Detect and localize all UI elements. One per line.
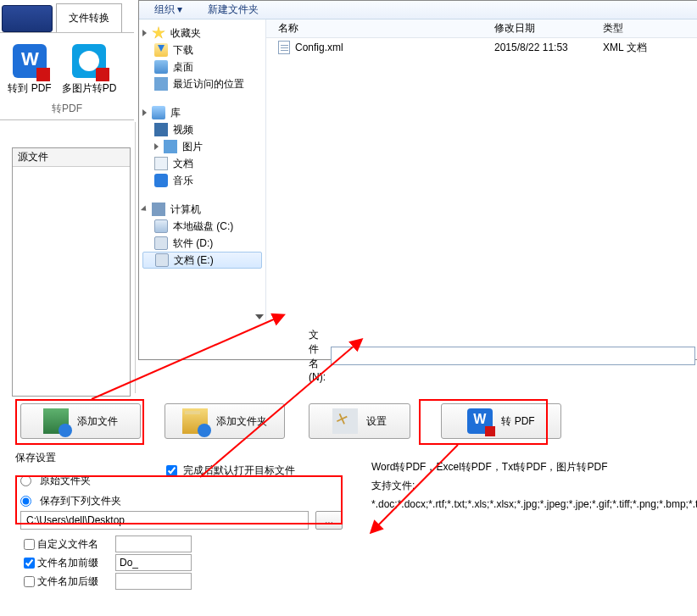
image-icon	[72, 44, 106, 78]
suffix-input[interactable]	[115, 573, 192, 590]
library-icon	[152, 106, 165, 119]
prefix-input[interactable]: Do_	[115, 554, 192, 571]
tree-desktop[interactable]: 桌面	[142, 58, 262, 75]
divider	[0, 32, 134, 33]
radio-original-folder[interactable]	[20, 475, 31, 486]
music-icon	[154, 174, 168, 187]
disk-icon	[155, 253, 169, 267]
checkbox-label: 文件名加前缀	[37, 556, 98, 570]
download-icon	[154, 43, 168, 57]
checkbox-open-after[interactable]	[166, 465, 177, 476]
radio-save-to-folder[interactable]	[20, 496, 31, 507]
tree-disk-c[interactable]: 本地磁盘 (C:)	[142, 218, 262, 235]
file-open-dialog: 组织 ▾ 新建文件夹 收藏夹 下载 桌面 最近访问的位置 库 视频 图片 文档 …	[138, 0, 697, 360]
app-menu-button[interactable]	[2, 5, 53, 32]
add-file-icon	[43, 408, 69, 434]
supported-formats-info: Word转PDF，Excel转PDF，Txt转PDF，图片转PDF 支持文件: …	[371, 458, 694, 513]
word-to-pdf-icon	[467, 408, 493, 434]
tool-label: 转到 PDF	[0, 81, 59, 96]
panel-title: 源文件	[13, 148, 130, 167]
ribbon-group-label: 转PDF	[0, 102, 134, 116]
pdf-badge-icon	[96, 68, 109, 81]
folder-tree[interactable]: 收藏夹 下载 桌面 最近访问的位置 库 视频 图片 文档 音乐 计算机 本地磁盘…	[139, 19, 266, 321]
add-folder-button[interactable]: 添加文件夹	[164, 403, 285, 439]
custom-name-input[interactable]	[115, 536, 192, 552]
toolbar-organize[interactable]: 组织 ▾	[154, 3, 182, 17]
desktop-icon	[154, 60, 168, 74]
tab-file-convert[interactable]: 文件转换	[56, 3, 122, 32]
file-list[interactable]: 名称 修改日期 类型 Config.xml 2015/8/22 11:53 XM…	[266, 19, 697, 321]
picture-icon	[164, 140, 177, 153]
pdf-badge-icon	[36, 68, 50, 81]
star-icon	[152, 26, 165, 40]
computer-icon	[152, 203, 165, 216]
scroll-down-icon[interactable]	[255, 314, 264, 319]
checkbox-custom-name[interactable]	[24, 539, 35, 550]
checkbox-label: 完成后默认打开目标文件	[183, 463, 295, 478]
tree-library[interactable]: 库	[142, 104, 262, 121]
col-name[interactable]: 名称	[266, 21, 482, 36]
document-icon	[154, 157, 168, 170]
checkbox-suffix[interactable]	[24, 576, 35, 587]
tree-computer[interactable]: 计算机	[142, 201, 262, 218]
disk-icon	[154, 236, 168, 250]
info-line: 支持文件:	[371, 476, 694, 495]
radio-label: 原始文件夹	[40, 474, 91, 488]
tree-downloads[interactable]: 下载	[142, 42, 262, 58]
save-path-input[interactable]: C:\Users\dell\Desktop	[20, 511, 309, 530]
video-icon	[154, 123, 168, 136]
tree-recent[interactable]: 最近访问的位置	[142, 75, 262, 92]
disk-icon	[154, 219, 168, 233]
convert-button[interactable]: 转 PDF	[441, 403, 561, 439]
col-type[interactable]: 类型	[591, 21, 676, 36]
tree-documents[interactable]: 文档	[142, 155, 262, 172]
xml-file-icon	[278, 41, 290, 54]
info-line: *.doc;*.docx;*.rtf;*.txt;*.xls;*.xlsx;*.…	[371, 495, 694, 513]
add-folder-icon	[182, 408, 208, 434]
tree-disk-d[interactable]: 软件 (D:)	[142, 235, 262, 252]
source-files-panel: 源文件	[12, 147, 131, 397]
radio-label: 保存到下列文件夹	[40, 494, 121, 508]
settings-button[interactable]: 设置	[309, 403, 410, 439]
filename-label: 文件名(N):	[309, 328, 326, 383]
recent-icon	[154, 77, 168, 91]
file-row[interactable]: Config.xml 2015/8/22 11:53 XML 文档	[266, 38, 697, 57]
file-date: 2015/8/22 11:53	[482, 42, 591, 53]
checkbox-label: 自定义文件名	[37, 537, 98, 552]
settings-icon	[332, 408, 358, 434]
tree-favorites[interactable]: 收藏夹	[142, 25, 262, 42]
tree-disk-e[interactable]: 文档 (E:)	[142, 252, 262, 269]
toolbar-new-folder[interactable]: 新建文件夹	[208, 3, 259, 17]
checkbox-prefix[interactable]	[24, 558, 35, 569]
tool-label: 多图片转PD	[59, 81, 119, 96]
tree-music[interactable]: 音乐	[142, 172, 262, 189]
word-icon	[13, 44, 47, 78]
tab-label: 文件转换	[69, 11, 109, 25]
file-type: XML 文档	[591, 41, 676, 55]
add-file-button[interactable]: 添加文件	[20, 403, 141, 439]
filename-input[interactable]	[331, 347, 695, 365]
tree-pictures[interactable]: 图片	[142, 138, 262, 155]
tree-videos[interactable]: 视频	[142, 121, 262, 138]
checkbox-label: 文件名加后缀	[37, 574, 98, 589]
info-line: Word转PDF，Excel转PDF，Txt转PDF，图片转PDF	[371, 458, 694, 476]
col-date[interactable]: 修改日期	[482, 21, 591, 36]
browse-button[interactable]: ...	[315, 511, 343, 530]
file-name: Config.xml	[295, 42, 343, 53]
